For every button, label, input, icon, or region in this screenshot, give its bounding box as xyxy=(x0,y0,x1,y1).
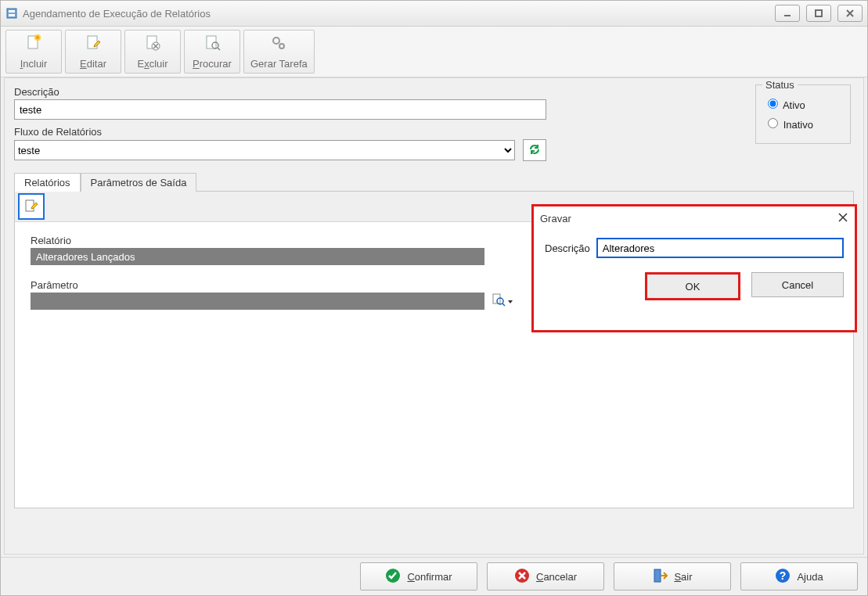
ajuda-button[interactable]: ? Ajuda xyxy=(740,562,858,591)
gravar-titlebar: Gravar xyxy=(534,206,855,230)
relatorio-field[interactable]: Alteradores Lançados xyxy=(31,248,484,265)
refresh-icon xyxy=(528,143,541,158)
gerar-tarefa-button[interactable]: Gerar Tarefa xyxy=(243,30,315,74)
svg-rect-2 xyxy=(9,14,15,16)
procurar-label: Procurar xyxy=(193,58,232,70)
tab-relatorios[interactable]: Relatórios xyxy=(14,173,81,192)
svg-rect-4 xyxy=(816,10,822,16)
app-icon xyxy=(5,7,18,20)
maximize-button[interactable] xyxy=(806,5,831,22)
editar-label: Editar xyxy=(80,58,106,70)
window-controls xyxy=(775,5,863,22)
edit-document-icon xyxy=(84,34,103,55)
help-icon: ? xyxy=(775,568,791,586)
gerar-tarefa-label: Gerar Tarefa xyxy=(250,58,308,70)
tab-strip: Relatórios Parâmetros de Saída xyxy=(14,172,854,191)
sair-button[interactable]: Sair xyxy=(614,562,731,591)
svg-rect-1 xyxy=(9,10,15,13)
svg-rect-19 xyxy=(654,569,661,582)
editar-button[interactable]: Editar xyxy=(65,30,121,74)
status-inativo-label: Inativo xyxy=(783,119,813,131)
svg-text:?: ? xyxy=(780,569,787,582)
svg-point-12 xyxy=(273,38,279,44)
descricao-label: Descrição xyxy=(14,86,546,98)
gravar-dialog: Gravar Descrição OK Cancel xyxy=(531,204,857,332)
status-ativo-radio[interactable]: Ativo xyxy=(764,96,842,111)
titlebar: Agendamento de Execução de Relatórios xyxy=(1,1,867,27)
descricao-input[interactable] xyxy=(14,99,546,120)
close-icon xyxy=(837,214,848,225)
edit-icon xyxy=(24,199,38,215)
refresh-button[interactable] xyxy=(523,139,546,161)
check-circle-icon xyxy=(385,568,401,586)
svg-rect-3 xyxy=(784,15,791,16)
chevron-down-icon xyxy=(507,296,513,307)
svg-rect-0 xyxy=(7,9,16,18)
incluir-label: Incluir xyxy=(20,58,48,70)
tab-edit-button[interactable] xyxy=(18,193,45,220)
incluir-button[interactable]: Incluir xyxy=(5,30,62,74)
ajuda-label: Ajuda xyxy=(797,571,823,583)
gravar-descricao-label: Descrição xyxy=(545,242,590,254)
fluxo-label: Fluxo de Relatórios xyxy=(14,126,546,138)
status-ativo-label: Ativo xyxy=(783,99,805,111)
gravar-close-button[interactable] xyxy=(837,212,848,225)
new-document-icon xyxy=(24,34,43,55)
close-button[interactable] xyxy=(837,5,863,22)
search-document-icon xyxy=(203,34,222,55)
gravar-cancel-label: Cancel xyxy=(782,279,813,291)
cancelar-button[interactable]: Cancelar xyxy=(487,562,604,591)
gravar-title: Gravar xyxy=(540,213,571,224)
excluir-button[interactable]: Excluir xyxy=(124,30,181,74)
status-legend: Status xyxy=(762,79,798,91)
exit-icon xyxy=(652,568,668,586)
relatorio-value: Alteradores Lançados xyxy=(36,251,135,263)
cross-circle-icon xyxy=(514,568,530,586)
gears-icon xyxy=(269,34,288,55)
window-title: Agendamento de Execução de Relatórios xyxy=(23,8,775,20)
bottom-bar: Confirmar Cancelar Sair ? Ajuda xyxy=(1,557,867,595)
excluir-label: Excluir xyxy=(137,58,167,70)
status-group: Status Ativo Inativo xyxy=(755,84,851,144)
parametro-lookup-button[interactable] xyxy=(489,293,514,310)
app-window: Agendamento de Execução de Relatórios In… xyxy=(0,0,868,596)
fluxo-select[interactable]: teste xyxy=(14,140,515,160)
main-toolbar: Incluir Editar Excluir Procurar Gerar Ta… xyxy=(1,27,867,77)
status-inativo-radio[interactable]: Inativo xyxy=(764,116,842,131)
delete-document-icon xyxy=(143,34,162,55)
parametro-field[interactable] xyxy=(31,293,484,310)
tab-param-saida[interactable]: Parâmetros de Saída xyxy=(81,173,197,192)
procurar-button[interactable]: Procurar xyxy=(184,30,240,74)
minimize-button[interactable] xyxy=(775,5,800,22)
gravar-ok-label: OK xyxy=(686,281,701,293)
magnifier-document-icon xyxy=(491,293,506,311)
gravar-descricao-input[interactable] xyxy=(596,238,844,258)
gravar-ok-button[interactable]: OK xyxy=(645,272,740,300)
gravar-cancel-button[interactable]: Cancel xyxy=(751,272,844,297)
svg-point-13 xyxy=(279,44,284,48)
confirmar-button[interactable]: Confirmar xyxy=(360,562,477,591)
